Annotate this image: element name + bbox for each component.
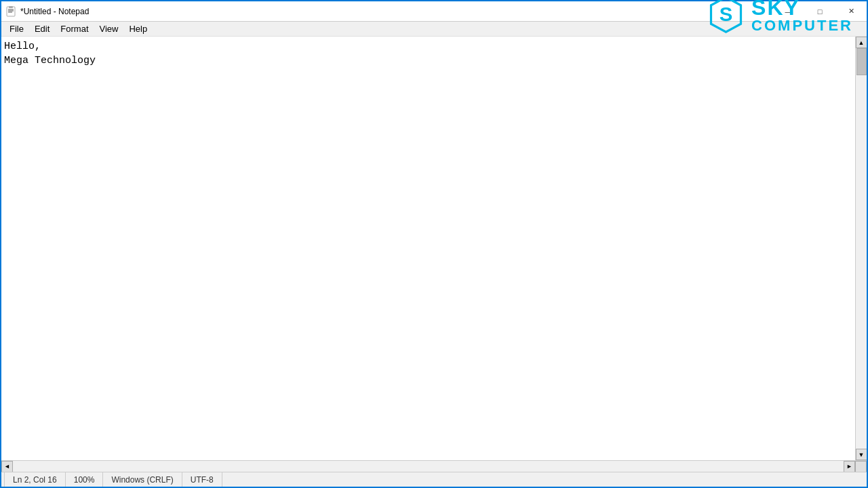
sky-label: SKY [751, 0, 853, 18]
scroll-track-horizontal[interactable] [13, 461, 844, 472]
scroll-left-button[interactable]: ◄ [1, 461, 13, 472]
menu-view[interactable]: View [94, 22, 124, 37]
sky-logo-icon: S [707, 0, 745, 33]
status-encoding: UTF-8 [182, 472, 222, 487]
svg-text:S: S [719, 3, 733, 25]
menu-bar: File Edit Format View Help S SKY COMPUTE… [1, 22, 867, 37]
notepad-icon [5, 6, 16, 17]
status-line-ending: Windows (CRLF) [103, 472, 182, 487]
bottom-scrollbar-area: ◄ ► [1, 460, 867, 472]
horizontal-scrollbar: ◄ ► [1, 461, 855, 472]
scroll-thumb-vertical[interactable] [856, 48, 867, 75]
editor-area: Hello, Mega Technology ▲ ▼ ◄ ► [1, 37, 867, 472]
status-position: Ln 2, Col 16 [4, 472, 66, 487]
text-editor[interactable]: Hello, Mega Technology [1, 37, 867, 460]
scroll-down-button[interactable]: ▼ [856, 449, 867, 460]
menu-format[interactable]: Format [55, 22, 94, 37]
title-bar-left: *Untitled - Notepad [5, 6, 89, 17]
vertical-scrollbar: ▲ ▼ [855, 37, 867, 460]
scroll-up-button[interactable]: ▲ [856, 37, 867, 48]
editor-scroll-area: Hello, Mega Technology ▲ ▼ [1, 37, 867, 460]
computer-label: COMPUTER [751, 18, 853, 33]
menu-help[interactable]: Help [123, 22, 153, 37]
status-zoom: 100% [66, 472, 104, 487]
status-bar: Ln 2, Col 16 100% Windows (CRLF) UTF-8 [1, 472, 867, 487]
menu-file[interactable]: File [4, 22, 29, 37]
scroll-right-button[interactable]: ► [844, 461, 855, 472]
sky-logo-text: SKY COMPUTER [751, 0, 853, 33]
sky-computer-logo: S SKY COMPUTER [707, 0, 853, 33]
scroll-track-vertical[interactable] [856, 48, 867, 449]
svg-rect-1 [9, 6, 13, 8]
scroll-corner [855, 461, 867, 472]
menu-edit[interactable]: Edit [29, 22, 55, 37]
window-title: *Untitled - Notepad [20, 7, 89, 16]
svg-rect-0 [7, 7, 15, 16]
notepad-window: *Untitled - Notepad — □ ✕ File Edit Form… [0, 0, 868, 488]
